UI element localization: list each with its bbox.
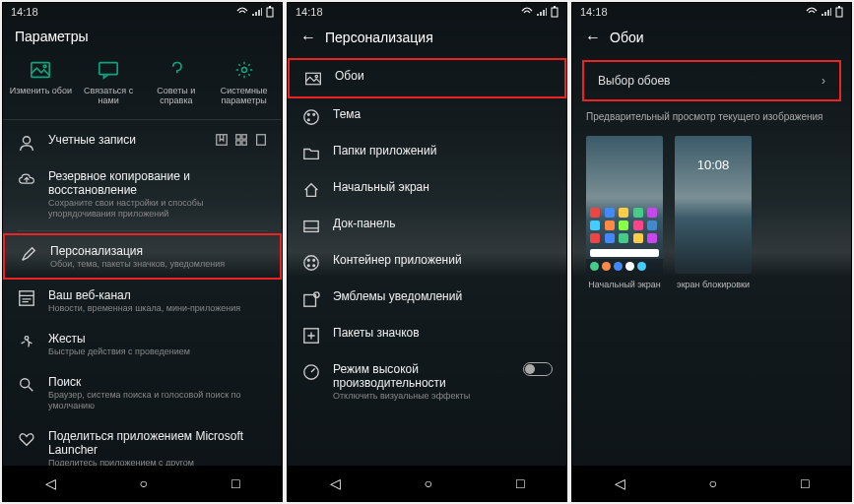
status-time: 14:18: [11, 6, 38, 18]
svg-point-15: [21, 379, 30, 388]
item-wallpaper[interactable]: Обои: [288, 58, 566, 98]
svg-rect-24: [304, 221, 318, 232]
svg-point-26: [307, 259, 309, 261]
page-header: ← Обои: [572, 21, 851, 54]
item-personalization[interactable]: ПерсонализацияОбои, тема, пакеты значков…: [3, 233, 282, 281]
item-dock[interactable]: Док-панель: [288, 208, 566, 244]
preview-home[interactable]: [586, 136, 663, 274]
chat-icon: [98, 60, 119, 80]
svg-rect-4: [99, 63, 117, 75]
svg-rect-34: [836, 8, 842, 17]
nav-home[interactable]: ○: [425, 475, 432, 491]
office-icon[interactable]: [254, 133, 268, 147]
battery-icon: [266, 6, 274, 18]
nav-recent[interactable]: □: [231, 475, 239, 491]
preview-lock[interactable]: 10:08: [675, 136, 752, 274]
svg-rect-1: [269, 6, 271, 8]
nav-back[interactable]: ◁: [615, 475, 625, 491]
item-home-screen[interactable]: Начальный экран: [288, 171, 566, 208]
battery-icon: [835, 6, 843, 18]
nav-recent[interactable]: □: [801, 475, 809, 491]
nav-home[interactable]: ○: [140, 475, 148, 491]
item-accounts[interactable]: Учетные записи: [3, 124, 282, 160]
svg-rect-9: [242, 135, 246, 139]
search-icon: [18, 376, 35, 394]
windows-icon[interactable]: [234, 133, 248, 147]
nav-back[interactable]: ◁: [45, 475, 56, 491]
brush-icon: [20, 245, 37, 263]
item-search[interactable]: ПоискБраузер, система поиска и голосовой…: [3, 366, 282, 420]
performance-toggle[interactable]: [523, 362, 553, 376]
screen-personalization: 14:18 ← Персонализация Обои Тема Папки п…: [287, 2, 567, 502]
feed-icon: [18, 289, 35, 307]
svg-point-6: [23, 137, 30, 144]
back-button[interactable]: ←: [584, 29, 602, 46]
svg-point-29: [313, 265, 315, 267]
svg-rect-17: [554, 6, 556, 8]
svg-rect-13: [20, 291, 33, 305]
svg-rect-0: [267, 8, 273, 17]
svg-rect-10: [236, 141, 240, 145]
quick-system-settings[interactable]: Системные параметры: [213, 60, 276, 105]
heart-icon: [18, 430, 35, 448]
page-header: ← Персонализация: [288, 21, 566, 54]
quick-change-wallpaper[interactable]: Изменить обои: [9, 60, 72, 105]
svg-point-3: [44, 65, 47, 68]
home-icon: [302, 181, 320, 199]
image-icon: [304, 70, 322, 88]
nav-home[interactable]: ○: [709, 475, 717, 491]
screen-wallpaper: 14:18 ← Обои Выбор обоев › Предварительн…: [571, 2, 852, 502]
svg-point-5: [241, 68, 246, 73]
svg-rect-12: [257, 135, 266, 146]
item-badges[interactable]: Эмблемы уведомлений: [288, 281, 566, 317]
item-gestures[interactable]: ЖестыБыстрые действия с проведением: [3, 323, 282, 366]
nav-bar: ◁ ○ □: [572, 466, 851, 501]
svg-point-20: [304, 110, 318, 124]
item-icon-packs[interactable]: Пакеты значков: [288, 317, 566, 353]
page-title: Обои: [610, 30, 644, 45]
item-theme[interactable]: Тема: [288, 98, 566, 135]
icons-icon: [302, 327, 320, 345]
svg-point-19: [315, 75, 317, 77]
status-bar: 14:18: [288, 3, 566, 21]
nav-back[interactable]: ◁: [330, 475, 341, 491]
speed-icon: [302, 363, 320, 381]
signal-icon: [821, 7, 831, 17]
battery-icon: [551, 6, 558, 18]
item-feed[interactable]: Ваш веб-каналНовости, временная шкала, м…: [3, 280, 282, 323]
item-share[interactable]: Поделиться приложением Microsoft Launche…: [3, 420, 282, 466]
svg-rect-11: [242, 141, 246, 145]
back-button[interactable]: ←: [299, 29, 317, 46]
quick-help[interactable]: Советы и справка: [145, 60, 208, 105]
status-time: 14:18: [580, 6, 608, 18]
wallpaper-selector[interactable]: Выбор обоев ›: [582, 60, 841, 101]
bookmark-icon[interactable]: [215, 133, 229, 147]
item-backup[interactable]: Резервное копирование и восстановлениеСо…: [3, 160, 282, 228]
preview-section-label: Предварительный просмотр текущего изобра…: [572, 107, 851, 128]
svg-point-22: [313, 113, 315, 115]
status-bar: 14:18: [3, 3, 282, 21]
item-app-drawer[interactable]: Контейнер приложений: [288, 244, 566, 281]
gear-icon: [233, 60, 255, 80]
lock-clock: 10:08: [697, 158, 730, 172]
signal-icon: [537, 7, 547, 17]
svg-rect-8: [236, 135, 240, 139]
svg-point-25: [304, 256, 318, 270]
nav-bar: ◁ ○ □: [3, 466, 282, 501]
settings-list: Учетные записи Резервное копирование и в…: [3, 120, 282, 466]
nav-recent[interactable]: □: [516, 475, 524, 491]
nav-bar: ◁ ○ □: [288, 466, 566, 501]
wifi-icon: [806, 7, 818, 17]
preview-home-label: Начальный экран: [588, 280, 660, 289]
screen-settings: 14:18 Параметры Изменить обои Связаться …: [2, 2, 283, 502]
badge-icon: [302, 290, 320, 308]
question-icon: [165, 60, 187, 80]
quick-contact[interactable]: Связаться с нами: [77, 60, 140, 105]
item-performance[interactable]: Режим высокой производительностиОтключит…: [288, 353, 566, 410]
svg-point-14: [25, 337, 29, 341]
page-title: Параметры: [3, 21, 282, 52]
image-icon: [30, 60, 51, 80]
svg-rect-16: [552, 8, 558, 17]
item-app-folders[interactable]: Папки приложений: [288, 135, 566, 171]
folder-icon: [302, 145, 320, 162]
